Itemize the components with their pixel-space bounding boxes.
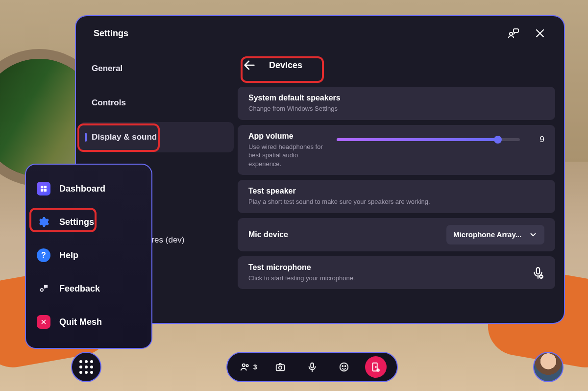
- menu-item-help[interactable]: ? Help: [30, 240, 147, 270]
- window-actions: [507, 27, 546, 40]
- participants-button[interactable]: 3: [238, 356, 259, 378]
- settings-content: Devices System default speakers Change f…: [238, 50, 564, 323]
- speakers-card[interactable]: System default speakers Change from Wind…: [238, 87, 555, 120]
- menu-item-label: Settings: [59, 217, 94, 227]
- test-mic-title: Test microphone: [248, 263, 355, 272]
- svg-point-24: [345, 366, 346, 367]
- menu-item-label: Dashboard: [59, 184, 105, 194]
- dashboard-icon: [37, 182, 50, 196]
- svg-point-17: [246, 365, 248, 367]
- svg-rect-5: [537, 268, 540, 274]
- window-title: Settings: [94, 28, 128, 39]
- svg-point-0: [510, 32, 513, 35]
- app-volume-card: App volume Use wired headphones for best…: [238, 125, 555, 175]
- back-arrow-icon[interactable]: [243, 58, 256, 72]
- menu-item-settings[interactable]: Settings: [30, 207, 147, 237]
- sidebar-item-display-sound[interactable]: Display & sound: [80, 122, 234, 152]
- participants-count: 3: [253, 363, 257, 371]
- svg-point-22: [340, 363, 348, 371]
- avatar-button[interactable]: [533, 352, 564, 382]
- svg-point-23: [342, 366, 343, 367]
- people-chat-icon[interactable]: [507, 27, 520, 40]
- window-header: Settings: [76, 16, 564, 50]
- reactions-button[interactable]: [333, 356, 355, 378]
- leave-button[interactable]: [365, 356, 387, 378]
- svg-point-16: [242, 364, 245, 367]
- mic-device-title: Mic device: [248, 230, 288, 239]
- help-icon: ?: [37, 248, 50, 262]
- test-mic-sub: Click to start testing your microphone.: [248, 274, 355, 283]
- svg-rect-10: [41, 189, 43, 192]
- test-microphone-card[interactable]: Test microphone Click to start testing y…: [238, 256, 555, 290]
- menu-item-label: Quit Mesh: [59, 317, 102, 327]
- microphone-button[interactable]: [301, 356, 323, 378]
- svg-rect-11: [44, 189, 47, 192]
- sidebar-item-general[interactable]: General: [80, 53, 234, 84]
- mic-device-dropdown[interactable]: Microphone Array...: [446, 225, 544, 244]
- svg-rect-1: [514, 29, 518, 32]
- svg-rect-20: [311, 363, 314, 368]
- bottom-toolbar: 3: [226, 352, 398, 382]
- gear-icon: [37, 215, 50, 229]
- volume-value: 9: [530, 135, 544, 145]
- sidebar-item-obscured[interactable]: ures (dev): [147, 235, 185, 245]
- feedback-icon: [37, 282, 50, 295]
- svg-rect-9: [44, 186, 47, 188]
- close-icon[interactable]: [534, 27, 546, 40]
- svg-point-19: [279, 366, 282, 369]
- menu-item-label: Help: [59, 250, 78, 261]
- volume-slider[interactable]: 9: [337, 135, 544, 145]
- sidebar-item-label: General: [92, 64, 122, 73]
- close-icon: [37, 315, 50, 329]
- mic-device-card: Mic device Microphone Array...: [238, 218, 555, 251]
- camera-button[interactable]: [270, 356, 291, 378]
- apps-button[interactable]: [71, 352, 101, 382]
- menu-item-dashboard[interactable]: Dashboard: [30, 173, 147, 204]
- apps-grid-icon: [79, 360, 93, 374]
- content-title: Devices: [269, 60, 302, 71]
- test-speaker-sub: Play a short test sound to make sure you…: [248, 197, 430, 206]
- test-speaker-title: Test speaker: [248, 187, 430, 196]
- svg-rect-18: [276, 365, 285, 370]
- speakers-title: System default speakers: [248, 94, 341, 102]
- svg-rect-8: [41, 186, 43, 188]
- microphone-check-icon: [532, 267, 544, 279]
- sidebar-item-label: Controls: [92, 98, 126, 108]
- chevron-down-icon: [529, 230, 538, 239]
- menu-item-quit[interactable]: Quit Mesh: [30, 307, 147, 337]
- sidebar-item-label: Display & sound: [92, 132, 157, 142]
- svg-point-13: [41, 289, 43, 291]
- content-header[interactable]: Devices: [238, 53, 555, 77]
- sidebar-item-controls[interactable]: Controls: [80, 88, 234, 118]
- menu-item-label: Feedback: [59, 284, 100, 294]
- mic-device-selected: Microphone Array...: [453, 230, 521, 239]
- svg-point-26: [375, 367, 376, 367]
- volume-title: App volume: [248, 132, 327, 141]
- test-speaker-card[interactable]: Test speaker Play a short test sound to …: [238, 180, 555, 213]
- speakers-sub: Change from Windows Settings: [248, 104, 341, 113]
- volume-sub: Use wired headphones for best spatial au…: [248, 143, 327, 169]
- menu-item-feedback[interactable]: Feedback: [30, 273, 147, 304]
- main-menu-panel: Dashboard Settings ? Help Feedback Quit …: [25, 164, 152, 349]
